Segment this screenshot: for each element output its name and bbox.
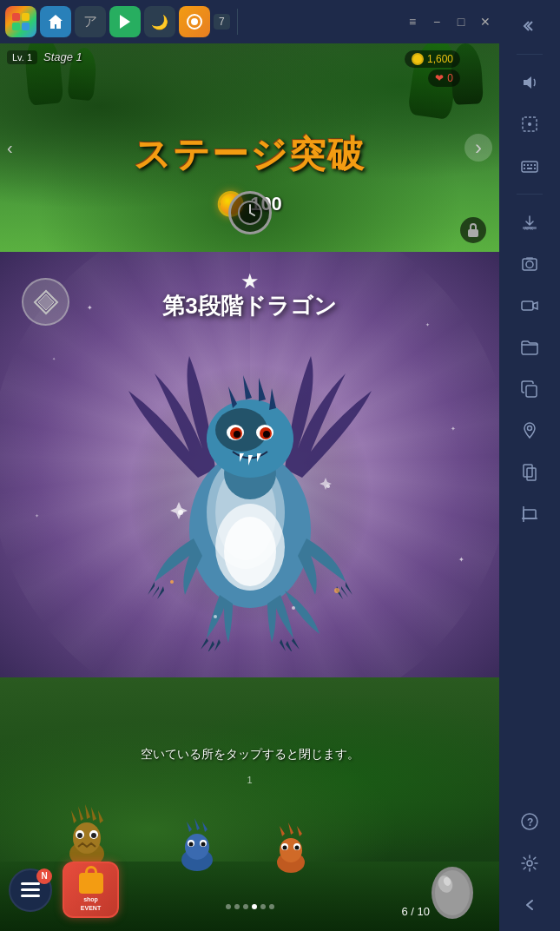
svg-point-76: [528, 426, 532, 431]
svg-rect-75: [526, 386, 537, 397]
stage-nav-left[interactable]: ‹: [7, 138, 13, 158]
taskbar-divider: [237, 9, 238, 35]
svg-point-44: [189, 842, 194, 847]
svg-rect-10: [468, 229, 478, 237]
maximize-button[interactable]: □: [452, 15, 470, 29]
svg-text:APK: APK: [524, 226, 534, 231]
folder-icon[interactable]: [512, 330, 547, 365]
cursor-icon[interactable]: [512, 107, 547, 142]
notification-badge: N: [36, 868, 52, 884]
svg-point-39: [91, 833, 96, 838]
close-button[interactable]: ✕: [477, 15, 494, 29]
crop-icon[interactable]: [512, 497, 547, 532]
svg-rect-68: [534, 168, 536, 169]
bottom-navigation: N shop EVENT: [9, 862, 119, 918]
svg-point-84: [527, 861, 532, 866]
svg-point-6: [191, 18, 198, 25]
stage-section[interactable]: Lv. 1 Stage 1 1,600 ❤ 0 ‹ › ステージ突破 100: [0, 43, 499, 252]
expand-sidebar-icon[interactable]: [512, 9, 547, 43]
svg-point-31: [334, 588, 339, 593]
menu-button[interactable]: N: [9, 868, 52, 912]
help-icon[interactable]: ?: [512, 804, 547, 839]
record-icon[interactable]: [512, 288, 547, 323]
dragon-section[interactable]: ✦ ✦ ✦ ✦ ✦ ✦ ★ 第3段階ドラゴン: [0, 252, 499, 677]
menu-button[interactable]: ≡: [404, 15, 421, 29]
egg-item[interactable]: [427, 860, 478, 921]
moon-icon[interactable]: 🌙: [144, 6, 175, 37]
stage-label: Stage 1: [43, 50, 82, 63]
stage-clock: [228, 191, 272, 234]
layerstack-icon[interactable]: [5, 6, 36, 37]
tap-to-close-text[interactable]: 空いている所をタップすると閉じます。: [141, 747, 359, 763]
shop-event-button[interactable]: shop EVENT: [63, 862, 119, 918]
page-indicator: 1: [247, 775, 252, 785]
dragon-title: 第3段階ドラゴン: [162, 291, 336, 321]
back-arrow-icon[interactable]: [512, 888, 547, 922]
taskbar-number: 7: [214, 14, 230, 30]
sidebar-divider-1: [517, 54, 543, 55]
diamond-button[interactable]: [22, 278, 69, 326]
svg-rect-62: [524, 164, 525, 166]
screenshot-icon[interactable]: [512, 247, 547, 281]
volume-icon[interactable]: [512, 65, 547, 100]
sidebar-divider-2: [517, 194, 543, 195]
svg-rect-61: [522, 162, 537, 172]
lock-icon: [460, 217, 486, 243]
svg-rect-66: [524, 168, 525, 169]
back-taskbar-icon[interactable]: ア: [75, 6, 106, 37]
page-dot-4-active: [252, 904, 257, 909]
svg-rect-79: [524, 510, 536, 518]
sidebar: APK: [499, 0, 560, 931]
svg-rect-3: [22, 23, 30, 30]
svg-rect-73: [526, 257, 533, 260]
svg-rect-56: [21, 882, 40, 885]
svg-point-27: [263, 431, 270, 438]
keyboard-icon[interactable]: [512, 149, 547, 183]
svg-point-50: [283, 846, 287, 850]
game-taskbar-icon[interactable]: [179, 6, 210, 37]
svg-point-33: [292, 606, 295, 610]
minimize-button[interactable]: −: [428, 15, 445, 29]
svg-rect-58: [21, 895, 40, 897]
stage-nav-right[interactable]: ›: [464, 134, 492, 162]
page-counter: 6 / 10: [401, 905, 430, 918]
shop-label: shop EVENT: [81, 895, 101, 911]
level-badge: Lv. 1: [7, 50, 37, 64]
svg-rect-64: [530, 164, 532, 166]
coin-display: 1,600: [405, 50, 460, 68]
playstore-taskbar-icon[interactable]: [109, 6, 141, 37]
svg-rect-0: [12, 13, 20, 21]
svg-point-41: [185, 834, 209, 860]
dragon-image: [111, 339, 389, 651]
download-apk-icon[interactable]: APK: [512, 205, 547, 240]
location-icon[interactable]: [512, 413, 547, 448]
svg-rect-2: [12, 23, 20, 30]
page-dot-6: [269, 904, 274, 909]
svg-point-30: [170, 580, 174, 584]
svg-rect-1: [22, 13, 30, 21]
dragon-star: ★: [240, 269, 260, 294]
copy-icon[interactable]: [512, 372, 547, 406]
svg-point-53: [435, 870, 470, 915]
svg-rect-65: [534, 164, 536, 166]
rotate-icon[interactable]: [512, 455, 547, 490]
svg-marker-4: [120, 15, 130, 29]
page-dot-1: [226, 904, 231, 909]
svg-point-47: [280, 838, 302, 862]
svg-point-60: [528, 122, 531, 126]
page-dot-3: [243, 904, 248, 909]
coin-icon: [412, 53, 424, 65]
home-taskbar-icon[interactable]: [40, 6, 71, 37]
svg-point-45: [201, 842, 206, 847]
heart-display: ❤ 0: [428, 69, 460, 87]
svg-point-26: [234, 431, 240, 438]
svg-rect-57: [21, 888, 40, 891]
svg-rect-63: [527, 164, 529, 166]
svg-point-32: [214, 615, 217, 618]
taskbar: ア 🌙 7 ≡ − □ ✕: [0, 0, 499, 43]
settings-icon[interactable]: [512, 846, 547, 881]
gameplay-section[interactable]: 空いている所をタップすると閉じます。 1 N: [0, 677, 499, 931]
svg-point-18: [224, 517, 276, 586]
svg-rect-74: [522, 301, 533, 310]
svg-rect-77: [524, 465, 532, 477]
